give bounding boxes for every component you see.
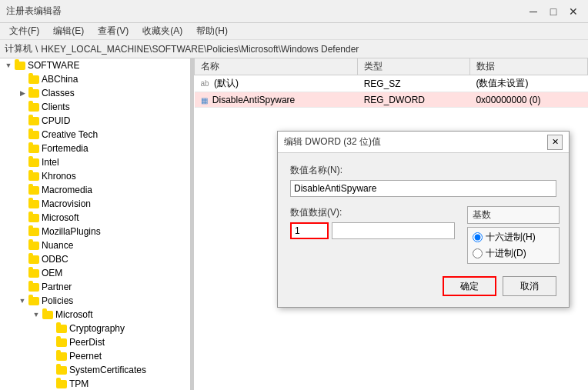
tree-item-microsoft-l1[interactable]: Microsoft: [0, 211, 190, 225]
expand-icon-macrovision: [17, 198, 28, 209]
tree-label-peerdist: PeerDist: [69, 337, 105, 348]
folder-icon-macrovision: [28, 198, 40, 209]
tree-item-oem[interactable]: OEM: [0, 266, 190, 280]
col-data: 数据: [469, 58, 587, 75]
tree-item-abchina[interactable]: ABChina: [0, 72, 190, 86]
tree-item-intel[interactable]: Intel: [0, 155, 190, 169]
expand-icon-policies: ▼: [17, 295, 28, 306]
tree-label-tpm: TPM: [69, 378, 89, 389]
tree-item-macromedia[interactable]: Macromedia: [0, 183, 190, 197]
expand-icon-oem: [17, 268, 28, 278]
tree-item-classes[interactable]: ▶ Classes: [0, 86, 190, 100]
tree-item-creativetech[interactable]: Creative Tech: [0, 128, 190, 142]
close-button[interactable]: ✕: [565, 3, 582, 20]
expand-icon-macromedia: [17, 185, 28, 195]
maximize-button[interactable]: □: [545, 3, 562, 20]
folder-icon-clients: [28, 102, 40, 112]
folder-icon-microsoft-l1: [28, 212, 40, 223]
folder-icon-khronos: [28, 171, 40, 182]
minimize-button[interactable]: ─: [525, 3, 542, 20]
window-title: 注册表编辑器: [6, 5, 62, 18]
tree-label-cryptography: Cryptography: [69, 323, 125, 334]
expand-icon-partner: [17, 282, 28, 292]
tree-item-microsoft-l2[interactable]: ▼ Microsoft: [0, 308, 190, 322]
value-input-small[interactable]: [290, 222, 329, 239]
name-label: 数值名称(N):: [290, 164, 556, 177]
menu-favorites[interactable]: 收藏夹(A): [136, 23, 189, 39]
expand-icon-intel: [17, 157, 28, 168]
folder-icon-cryptography: [55, 323, 68, 334]
folder-icon-creativetech: [28, 129, 40, 140]
expand-icon-cpuid: [17, 115, 28, 126]
expand-icon-khronos: [17, 171, 28, 182]
expand-icon-cryptography: [45, 323, 55, 334]
tree-item-cpuid[interactable]: CPUID: [0, 114, 190, 128]
tree-label-oem: OEM: [42, 268, 62, 278]
dialog-title: 编辑 DWORD (32 位)值: [284, 135, 381, 148]
dialog-close-button[interactable]: ✕: [547, 135, 563, 150]
radio-dec[interactable]: 十进制(D): [473, 247, 554, 260]
tree-item-peernet[interactable]: Peernet: [0, 349, 190, 363]
tree-item-khronos[interactable]: Khronos: [0, 169, 190, 183]
value-section: 数值数据(V):: [290, 206, 455, 239]
value-input-rest[interactable]: [332, 222, 455, 239]
tree-item-peerdist[interactable]: PeerDist: [0, 335, 190, 349]
folder-icon-peerdist: [55, 337, 68, 348]
radio-dec-input[interactable]: [473, 248, 483, 258]
ok-button[interactable]: 确定: [443, 276, 496, 296]
tree-label-partner: Partner: [42, 282, 72, 292]
cell-type-disable: REG_DWORD: [358, 92, 470, 108]
cancel-button[interactable]: 取消: [503, 276, 556, 296]
tree-label-classes: Classes: [42, 88, 75, 98]
tree-item-tpm[interactable]: TPM: [0, 377, 190, 390]
folder-icon-software: [14, 60, 26, 71]
table-row[interactable]: ▦ DisableAntiSpyware REG_DWORD 0x0000000…: [195, 92, 588, 108]
menu-view[interactable]: 查看(V): [92, 23, 135, 39]
dialog-buttons: 确定 取消: [290, 276, 556, 296]
expand-icon-peerdist: [45, 337, 55, 348]
tree-item-odbc[interactable]: ODBC: [0, 252, 190, 266]
cell-data-disable: 0x00000000 (0): [469, 92, 587, 108]
radio-hex-input[interactable]: [473, 232, 483, 242]
menu-help[interactable]: 帮助(H): [190, 23, 234, 39]
col-type: 类型: [358, 58, 470, 75]
tree-label-macromedia: Macromedia: [42, 185, 92, 195]
expand-icon-nuance: [17, 240, 28, 251]
folder-icon-intel: [28, 157, 40, 168]
expand-icon-clients: [17, 102, 28, 112]
tree-item-clients[interactable]: Clients: [0, 100, 190, 114]
tree-item-macrovision[interactable]: Macrovision: [0, 197, 190, 211]
tree-label-khronos: Khronos: [42, 171, 76, 182]
value-input-wrapper: [290, 222, 455, 239]
tree-label-macrovision: Macrovision: [42, 198, 91, 209]
data-label: 数值数据(V):: [290, 206, 455, 219]
tree-label-microsoft-l1: Microsoft: [42, 212, 79, 223]
tree-label-fortemedia: Fortemedia: [42, 143, 89, 154]
folder-icon-classes: [28, 88, 40, 98]
name-input[interactable]: [290, 180, 556, 197]
menu-edit[interactable]: 编辑(E): [47, 23, 90, 39]
edit-dword-dialog: 编辑 DWORD (32 位)值 ✕ 数值名称(N): 数值数据(V): 基数: [277, 131, 570, 308]
folder-icon-nuance: [28, 240, 40, 251]
tree-label-systemcerts: SystemCertificates: [69, 365, 146, 375]
folder-icon-odbc: [28, 254, 40, 265]
tree-item-policies[interactable]: ▼ Policies: [0, 294, 190, 308]
expand-icon-mozillaplugins: [17, 226, 28, 237]
table-row[interactable]: ab (默认) REG_SZ (数值未设置): [195, 75, 588, 92]
tree-item-software[interactable]: ▼ SOFTWARE: [0, 58, 190, 72]
folder-icon-systemcerts: [55, 365, 68, 375]
tree-item-fortemedia[interactable]: Fortemedia: [0, 142, 190, 155]
tree-item-nuance[interactable]: Nuance: [0, 238, 190, 252]
expand-icon-odbc: [17, 254, 28, 265]
tree-item-cryptography[interactable]: Cryptography: [0, 322, 190, 335]
tree-item-partner[interactable]: Partner: [0, 280, 190, 294]
folder-icon-partner: [28, 282, 40, 292]
radio-dec-label: 十进制(D): [486, 247, 526, 260]
tree-item-mozillaplugins[interactable]: MozillaPlugins: [0, 225, 190, 238]
radio-hex[interactable]: 十六进制(H): [473, 231, 554, 244]
expand-icon-systemcerts: [45, 365, 55, 375]
radio-group: 十六进制(H) 十进制(D): [467, 227, 560, 264]
tree-item-systemcerts[interactable]: SystemCertificates: [0, 363, 190, 377]
cell-name-disable: ▦ DisableAntiSpyware: [195, 92, 358, 108]
menu-file[interactable]: 文件(F): [3, 23, 45, 39]
